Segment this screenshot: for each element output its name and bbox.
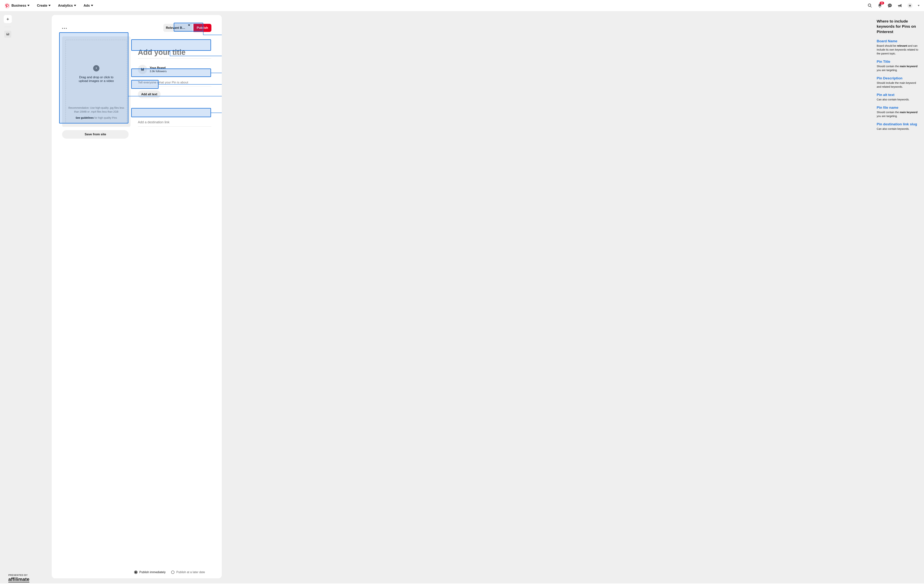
more-options-icon[interactable] <box>62 27 67 29</box>
nav-right: 94 M <box>868 3 919 8</box>
messages-icon[interactable] <box>888 3 892 8</box>
annotation-pin-link: Pin destination link slug Can also conta… <box>877 122 919 131</box>
radio-publish-later[interactable]: Publish at a later date <box>171 571 205 574</box>
presented-by: PRESENTED BY affilimate <box>8 574 30 582</box>
nav-left: Business Create Analytics Ads <box>5 3 93 8</box>
annotation-pin-alt: Pin alt text Can also contain keywords. <box>877 93 919 102</box>
brand-avatar: M <box>138 65 147 74</box>
presented-by-brand: affilimate <box>8 577 30 582</box>
annotation-pin-alt-label: Pin alt text <box>877 93 919 97</box>
stage: Relevant Bo… Publish <box>13 11 872 584</box>
nav-analytics-label: Analytics <box>58 4 73 8</box>
presented-by-label: PRESENTED BY <box>8 574 30 577</box>
pinterest-logo-icon <box>5 3 10 8</box>
annotation-pin-link-label: Pin destination link slug <box>877 122 919 126</box>
nav-ads[interactable]: Ads <box>84 4 93 8</box>
search-icon[interactable] <box>868 3 872 8</box>
save-from-site-button[interactable]: Save from site <box>62 130 129 139</box>
board-selector-text: Relevant Bo… <box>166 26 187 30</box>
chevron-down-icon <box>74 5 76 6</box>
logo-business-group[interactable]: Business <box>5 3 30 8</box>
upload-rec-text: Recommendation: Use high-quality .jpg fi… <box>68 106 124 114</box>
board-selector[interactable]: Relevant Bo… <box>163 24 192 32</box>
left-rail: + <box>0 11 13 584</box>
chevron-down-icon <box>188 26 190 30</box>
chevron-down-icon <box>91 5 93 6</box>
publish-button[interactable]: Publish <box>193 24 211 32</box>
annotation-pin-desc: Pin Description Should include the main … <box>877 76 919 89</box>
upload-dropzone[interactable]: Drag and drop or click to upload images … <box>62 36 130 127</box>
notification-badge: 94 <box>879 2 884 5</box>
annotation-title: Where to include keywords for Pins on Pi… <box>877 19 919 35</box>
chevron-down-icon <box>48 5 51 6</box>
annotation-sidebar: Where to include keywords for Pins on Pi… <box>872 11 924 584</box>
annotation-pin-file-label: Pin file name <box>877 105 919 110</box>
chevron-down-icon <box>27 5 30 6</box>
top-nav: Business Create Analytics Ads 94 <box>0 0 924 11</box>
workspace: + Relevant Bo… Publish <box>0 11 924 584</box>
destination-link-input[interactable]: Add a destination link <box>138 119 211 127</box>
nav-business-label: Business <box>12 4 26 8</box>
nav-analytics[interactable]: Analytics <box>58 4 76 8</box>
brand-row: M Your Brand 3.9k followers <box>138 65 211 74</box>
upload-recommendation: Recommendation: Use high-quality .jpg fi… <box>68 106 124 121</box>
annotation-board-name: Board Name Board should be relevant and … <box>877 39 919 56</box>
account-chevron-icon[interactable] <box>918 5 919 6</box>
radio-filled-icon <box>134 571 137 574</box>
add-pin-button[interactable]: + <box>4 15 12 23</box>
radio-empty-icon <box>171 571 175 574</box>
annotation-pin-desc-label: Pin Description <box>877 76 919 80</box>
publish-timing-radio-group: Publish immediately Publish at a later d… <box>134 571 205 574</box>
brand-name: Your Brand <box>150 66 167 70</box>
nav-create-label: Create <box>37 4 47 8</box>
nav-create[interactable]: Create <box>37 4 51 8</box>
upload-arrow-icon <box>93 65 99 71</box>
pin-builder-card: Relevant Bo… Publish <box>52 15 222 578</box>
guidelines-tail: for high quality Pins <box>94 116 117 119</box>
annotation-pin-title: Pin Title Should contain the main keywor… <box>877 60 919 72</box>
pin-description-input[interactable]: Tell everyone what your Pin is about <box>138 80 211 86</box>
see-guidelines-link[interactable]: See guidelines <box>76 116 94 119</box>
add-alt-text-button[interactable]: Add alt text <box>138 90 161 98</box>
upload-instructions: Drag and drop or click to upload images … <box>74 76 119 83</box>
radio-immediate-label: Publish immediately <box>139 571 166 574</box>
megaphone-icon[interactable] <box>898 3 902 8</box>
bell-icon[interactable]: 94 <box>878 3 882 8</box>
pin-title-input[interactable]: Add your title <box>138 48 211 59</box>
annotation-pin-title-label: Pin Title <box>877 60 919 64</box>
brand-followers: 3.9k followers <box>150 70 167 73</box>
radio-later-label: Publish at a later date <box>176 571 205 574</box>
radio-publish-immediately[interactable]: Publish immediately <box>134 571 166 574</box>
account-avatar[interactable]: M <box>908 3 912 8</box>
board-publish-group: Relevant Bo… Publish <box>163 24 211 32</box>
image-thumb-icon[interactable] <box>4 31 11 38</box>
nav-ads-label: Ads <box>84 4 90 8</box>
annotation-board-label: Board Name <box>877 39 919 43</box>
annotation-pin-file: Pin file name Should contain the main ke… <box>877 105 919 118</box>
nav-business[interactable]: Business <box>12 4 30 8</box>
